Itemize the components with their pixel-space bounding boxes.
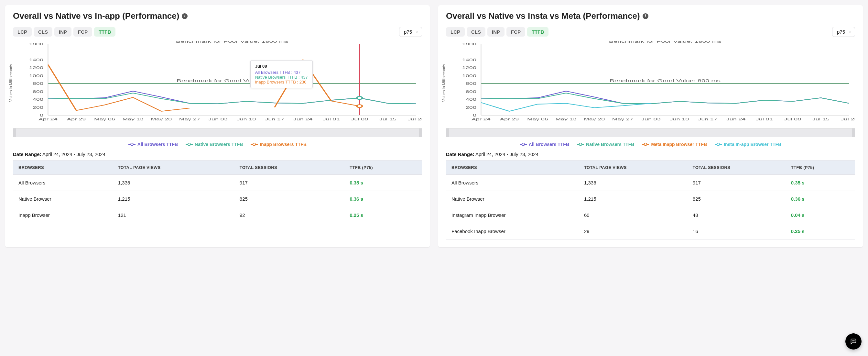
- y-tick: 1400: [29, 58, 43, 62]
- tooltip-row-value: 437: [293, 70, 301, 75]
- legend-label: All Browsers TTFB: [137, 142, 178, 147]
- tooltip-row-value: 437: [301, 75, 308, 80]
- table-header-cell: TOTAL PAGE VIEWS: [579, 160, 687, 175]
- table-row: Instagram Inapp Browser60480.04 s: [446, 207, 855, 223]
- legend-item[interactable]: Native Browsers TTFB: [577, 142, 634, 147]
- date-range-label: Date Range:: [13, 151, 41, 157]
- x-tick: May 27: [612, 117, 633, 121]
- x-tick: Jul 01: [756, 117, 773, 121]
- tab-ttfb[interactable]: TTFB: [94, 27, 116, 36]
- tab-inp[interactable]: INP: [487, 27, 504, 36]
- x-tick: May 27: [179, 117, 200, 121]
- cell-browser: Inapp Browser: [13, 207, 113, 223]
- tab-inp[interactable]: INP: [54, 27, 71, 36]
- tab-cls[interactable]: CLS: [34, 27, 52, 36]
- percentile-select[interactable]: p75: [832, 27, 855, 37]
- benchmark-poor-label: Benchmark for Poor Value: 1800 ms: [609, 41, 721, 44]
- series-line: [481, 91, 849, 103]
- hover-point: [357, 96, 362, 99]
- svg-point-11: [522, 143, 525, 146]
- tab-fcp[interactable]: FCP: [73, 27, 92, 36]
- benchmark-poor-label: Benchmark for Poor Value: 1800 ms: [176, 41, 288, 44]
- cell-browser: All Browsers: [446, 175, 579, 191]
- chart-legend: All Browsers TTFBNative Browsers TTFBIna…: [13, 142, 422, 147]
- performance-chart[interactable]: 02004006008001000120014001800Benchmark f…: [13, 41, 422, 125]
- y-tick: 800: [466, 82, 476, 85]
- tab-fcp[interactable]: FCP: [506, 27, 525, 36]
- table-header-cell: TOTAL PAGE VIEWS: [113, 160, 235, 175]
- table-header-row: BROWSERSTOTAL PAGE VIEWSTOTAL SESSIONSTT…: [446, 160, 855, 175]
- browser-summary-table: BROWSERSTOTAL PAGE VIEWSTOTAL SESSIONSTT…: [13, 160, 422, 223]
- cell-sessions: 92: [235, 207, 344, 223]
- legend-item[interactable]: Native Browsers TTFB: [186, 142, 243, 147]
- tooltip-row: Native Browsers TTFB : 437: [255, 75, 308, 80]
- cell-views: 1,215: [579, 191, 687, 207]
- x-tick: Jul 15: [379, 117, 397, 121]
- time-scrubber[interactable]: [13, 128, 422, 137]
- x-tick: May 13: [123, 117, 144, 121]
- chart-tooltip: Jul 08All Browsers TTFB : 437Native Brow…: [250, 60, 313, 88]
- y-tick: 400: [466, 97, 476, 101]
- card-title-text: Overall vs Native vs Insta vs Meta (Perf…: [446, 11, 640, 21]
- legend-label: Insta In-app Browser TTFB: [724, 142, 781, 147]
- info-icon[interactable]: i: [182, 13, 188, 19]
- legend-label: Inapp Browsers TTFB: [260, 142, 307, 147]
- svg-point-7: [253, 143, 255, 146]
- cell-views: 1,215: [113, 191, 235, 207]
- legend-label: Native Browsers TTFB: [586, 142, 634, 147]
- date-range: Date Range: April 24, 2024 - July 23, 20…: [13, 151, 422, 157]
- x-tick: Jun 17: [698, 117, 717, 121]
- y-tick: 400: [33, 97, 43, 101]
- legend-swatch: [715, 142, 722, 146]
- legend-item[interactable]: All Browsers TTFB: [128, 142, 178, 147]
- legend-swatch: [251, 142, 258, 146]
- tab-ttfb[interactable]: TTFB: [527, 27, 549, 36]
- legend-item[interactable]: Meta Inapp Browser TTFB: [642, 142, 707, 147]
- y-tick: 0: [473, 113, 476, 117]
- cell-views: 121: [113, 207, 235, 223]
- tooltip-row: Inapp Browsers TTFB : 230: [255, 80, 308, 85]
- tooltip-row-label: Native Browsers TTFB: [255, 75, 298, 80]
- performance-card: Overall vs Native vs Insta vs Meta (Perf…: [438, 5, 863, 247]
- table-row: Native Browser1,2158250.36 s: [13, 191, 422, 207]
- x-tick: May 20: [151, 117, 172, 121]
- x-tick: Jun 24: [726, 117, 746, 121]
- x-tick: Jul 23: [407, 117, 422, 121]
- svg-point-13: [579, 143, 582, 146]
- x-tick: Jun 10: [237, 117, 256, 121]
- tooltip-date: Jul 08: [255, 64, 308, 69]
- tooltip-row-value: 230: [300, 80, 307, 85]
- x-tick: Jul 15: [812, 117, 830, 121]
- cell-ttfb: 0.04 s: [786, 207, 855, 223]
- y-tick: 0: [40, 113, 43, 117]
- y-axis-label: Values in Milliseconds: [9, 64, 13, 101]
- legend-item[interactable]: Inapp Browsers TTFB: [251, 142, 307, 147]
- table-header-cell: TTFB (P75): [786, 160, 855, 175]
- x-tick: Jun 24: [293, 117, 313, 121]
- tab-cls[interactable]: CLS: [467, 27, 486, 36]
- controls-row: LCPCLSINPFCPTTFBp75: [446, 27, 855, 37]
- info-icon[interactable]: i: [643, 13, 648, 19]
- tab-lcp[interactable]: LCP: [446, 27, 465, 36]
- cell-sessions: 825: [235, 191, 344, 207]
- time-scrubber[interactable]: [446, 128, 855, 137]
- cell-ttfb: 0.36 s: [344, 191, 422, 207]
- cell-ttfb: 0.35 s: [344, 175, 422, 191]
- legend-item[interactable]: All Browsers TTFB: [520, 142, 569, 147]
- x-tick: Jul 23: [840, 117, 855, 121]
- legend-swatch: [577, 142, 584, 146]
- performance-chart[interactable]: 02004006008001000120014001800Benchmark f…: [446, 41, 855, 125]
- svg-point-5: [188, 143, 190, 146]
- svg-point-15: [644, 143, 647, 146]
- tooltip-row-label: All Browsers TTFB: [255, 70, 290, 75]
- percentile-select[interactable]: p75: [399, 27, 422, 37]
- legend-label: All Browsers TTFB: [529, 142, 569, 147]
- y-tick: 1400: [462, 58, 476, 62]
- card-title: Overall vs Native vs In-app (Performance…: [13, 11, 422, 21]
- tab-lcp[interactable]: LCP: [13, 27, 32, 36]
- legend-swatch: [520, 142, 527, 146]
- date-range: Date Range: April 24, 2024 - July 23, 20…: [446, 151, 855, 157]
- legend-item[interactable]: Insta In-app Browser TTFB: [715, 142, 781, 147]
- tooltip-row: All Browsers TTFB : 437: [255, 70, 308, 75]
- y-tick: 1200: [29, 66, 43, 69]
